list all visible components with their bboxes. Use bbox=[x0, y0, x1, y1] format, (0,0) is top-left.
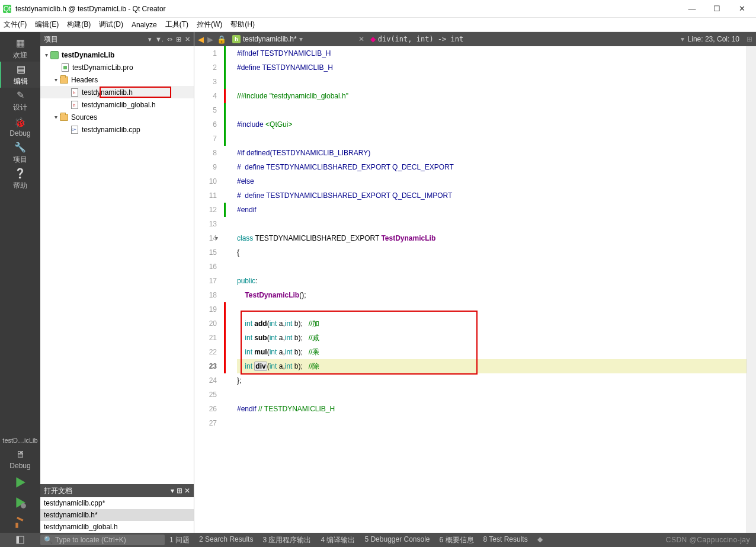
app-icon: Qt bbox=[2, 4, 12, 14]
watermark-text: CSDN @Cappuccino-jay bbox=[666, 536, 756, 544]
open-docs-title: 打开文档 bbox=[44, 486, 72, 496]
menu-edit[interactable]: 编辑(E) bbox=[35, 20, 59, 30]
tree-root[interactable]: ▾ testDynamicLib bbox=[40, 49, 194, 61]
h-file-icon bbox=[71, 88, 78, 97]
dropdown-icon[interactable]: ▾ bbox=[171, 487, 174, 495]
split-icon[interactable]: ⊞ bbox=[747, 35, 752, 43]
open-doc-item[interactable]: testdynamiclib.h* bbox=[40, 509, 194, 521]
bug-icon: 🐞 bbox=[14, 116, 26, 128]
folder-icon bbox=[60, 76, 68, 84]
editor-area: ◀ ▶ 🔒 h testdynamiclib.h* ▾ ✕ ◆ div(int,… bbox=[194, 32, 756, 533]
tree-pro-label: testDynamicLib.pro bbox=[72, 63, 133, 72]
mode-help[interactable]: ❔ 帮助 bbox=[0, 166, 40, 192]
close-panel-icon[interactable]: ✕ bbox=[185, 36, 190, 43]
editor-filename: testdynamiclib.h* bbox=[243, 35, 297, 43]
chevron-down-icon[interactable]: ▾ bbox=[299, 35, 303, 43]
mode-welcome-label: 欢迎 bbox=[13, 50, 27, 60]
edit-icon: ▤ bbox=[15, 63, 27, 75]
tree-headers-label: Headers bbox=[71, 76, 98, 84]
menu-debug[interactable]: 调试(D) bbox=[99, 20, 123, 30]
open-doc-item[interactable]: testdynamiclib.cpp* bbox=[40, 497, 194, 509]
mode-design[interactable]: ✎ 设计 bbox=[0, 88, 40, 114]
nav-forward-icon[interactable]: ▶ bbox=[207, 35, 213, 44]
lock-icon[interactable]: 🔒 bbox=[217, 35, 226, 44]
close-icon[interactable]: ✕ bbox=[358, 35, 364, 43]
h-file-icon bbox=[71, 101, 78, 109]
mode-debug[interactable]: 🐞 Debug bbox=[0, 114, 40, 140]
mode-edit[interactable]: ▤ 编辑 bbox=[0, 62, 40, 88]
panes-chevron-icon[interactable]: ◆ bbox=[537, 535, 543, 545]
pro-file-icon bbox=[62, 63, 69, 72]
monitor-icon: 🖥 bbox=[14, 449, 26, 460]
locator-input[interactable]: 🔍 Type to locate (Ctrl+K) bbox=[40, 535, 165, 545]
wrench-icon: 🔧 bbox=[14, 142, 26, 153]
pane-search[interactable]: 2 Search Results bbox=[199, 535, 253, 545]
window-titlebar: Qt testdynamiclib.h @ testDynamicLib - Q… bbox=[0, 0, 756, 18]
tree-sources-label: Sources bbox=[71, 113, 97, 121]
menu-build[interactable]: 构建(B) bbox=[67, 20, 91, 30]
link-icon[interactable]: ⇔ bbox=[167, 36, 172, 43]
h-file-icon: h bbox=[232, 35, 241, 43]
debug-run-button[interactable] bbox=[0, 492, 40, 513]
menu-analyze[interactable]: Analyze bbox=[132, 21, 157, 29]
editor-file-selector[interactable]: h testdynamiclib.h* ▾ ✕ bbox=[232, 35, 364, 43]
tree-header-file-1[interactable]: testdynamiclib.h bbox=[40, 86, 194, 98]
editor-line-col[interactable]: Line: 23, Col: 10 bbox=[688, 35, 739, 43]
tree-header-file-2[interactable]: testdynamiclib_global.h bbox=[40, 98, 194, 111]
pane-tests[interactable]: 8 Test Results bbox=[483, 535, 528, 545]
mode-debug-label: Debug bbox=[9, 129, 30, 137]
open-doc-item[interactable]: testdynamiclib_global.h bbox=[40, 521, 194, 533]
mode-welcome[interactable]: ▦ 欢迎 bbox=[0, 36, 40, 62]
code-content[interactable]: #ifndef TESTDYNAMICLIB_H #define TESTDYN… bbox=[228, 46, 747, 533]
tree-sources-folder[interactable]: ▾ Sources bbox=[40, 111, 194, 123]
open-documents-list: testdynamiclib.cpp* testdynamiclib.h* te… bbox=[40, 497, 194, 533]
toggle-sidebar-button[interactable] bbox=[0, 536, 40, 544]
chevron-down-icon[interactable]: ▾ bbox=[681, 35, 684, 43]
split-icon[interactable]: ⊞ bbox=[176, 36, 181, 43]
search-icon: 🔍 bbox=[44, 536, 53, 544]
tree-headers-folder[interactable]: ▾ Headers bbox=[40, 73, 194, 86]
menu-widgets[interactable]: 控件(W) bbox=[197, 20, 222, 30]
grid-icon: ▦ bbox=[14, 37, 26, 49]
editor-symbol-selector[interactable]: ◆ div(int, int) -> int bbox=[370, 35, 464, 43]
menu-tools[interactable]: 工具(T) bbox=[165, 20, 188, 30]
kit-selector-project[interactable]: testD…icLib bbox=[2, 437, 37, 444]
tree-pro-file[interactable]: testDynamicLib.pro bbox=[40, 61, 194, 73]
code-editor[interactable]: 1234 5678 9101112 1314▾1516 17181920 212… bbox=[194, 46, 756, 533]
kit-selector[interactable]: 🖥 Debug bbox=[0, 446, 40, 472]
dropdown-icon[interactable]: ▾ bbox=[148, 36, 152, 43]
window-minimize-button[interactable]: — bbox=[685, 4, 699, 13]
mode-projects[interactable]: 🔧 项目 bbox=[0, 140, 40, 166]
project-tree: ▾ testDynamicLib testDynamicLib.pro ▾ He… bbox=[40, 46, 194, 484]
pane-app-output[interactable]: 3 应用程序输出 bbox=[262, 535, 311, 545]
vertical-scrollbar[interactable] bbox=[747, 46, 756, 533]
mode-help-label: 帮助 bbox=[13, 181, 27, 191]
editor-toolbar: ◀ ▶ 🔒 h testdynamiclib.h* ▾ ✕ ◆ div(int,… bbox=[194, 32, 756, 46]
menu-help[interactable]: 帮助(H) bbox=[230, 20, 255, 30]
tree-root-label: testDynamicLib bbox=[62, 51, 114, 59]
close-panel-icon[interactable]: ✕ bbox=[184, 487, 190, 495]
split-icon[interactable]: ⊞ bbox=[177, 487, 182, 495]
pane-compile-output[interactable]: 4 编译输出 bbox=[321, 535, 355, 545]
window-close-button[interactable]: ✕ bbox=[735, 4, 749, 13]
mode-edit-label: 编辑 bbox=[14, 76, 28, 87]
window-maximize-button[interactable]: ☐ bbox=[710, 4, 724, 13]
editor-function-name: div(int, int) -> int bbox=[378, 35, 464, 43]
line-number-gutter: 1234 5678 9101112 1314▾1516 17181920 212… bbox=[194, 46, 223, 533]
run-button[interactable] bbox=[0, 472, 40, 492]
change-markbar bbox=[223, 46, 228, 533]
menu-file[interactable]: 文件(F) bbox=[4, 20, 27, 30]
nav-back-icon[interactable]: ◀ bbox=[198, 35, 204, 44]
window-title: testdynamiclib.h @ testDynamicLib - Qt C… bbox=[15, 5, 685, 13]
svg-rect-6 bbox=[17, 517, 23, 522]
filter-icon[interactable]: ▼. bbox=[155, 36, 164, 43]
pane-issues[interactable]: 1 问题 bbox=[169, 535, 190, 545]
side-panel: 项目 ▾ ▼. ⇔ ⊞ ✕ ▾ testDynamicLib testDynam… bbox=[40, 32, 194, 533]
pane-general[interactable]: 6 概要信息 bbox=[440, 535, 474, 545]
build-button[interactable] bbox=[0, 513, 40, 533]
project-icon bbox=[50, 51, 59, 59]
pane-debugger[interactable]: 5 Debugger Console bbox=[364, 535, 430, 545]
tree-cpp-file-1[interactable]: testdynamiclib.cpp bbox=[40, 123, 194, 136]
mode-design-label: 设计 bbox=[13, 103, 27, 113]
open-documents-header: 打开文档 ▾ ⊞ ✕ bbox=[40, 484, 194, 497]
